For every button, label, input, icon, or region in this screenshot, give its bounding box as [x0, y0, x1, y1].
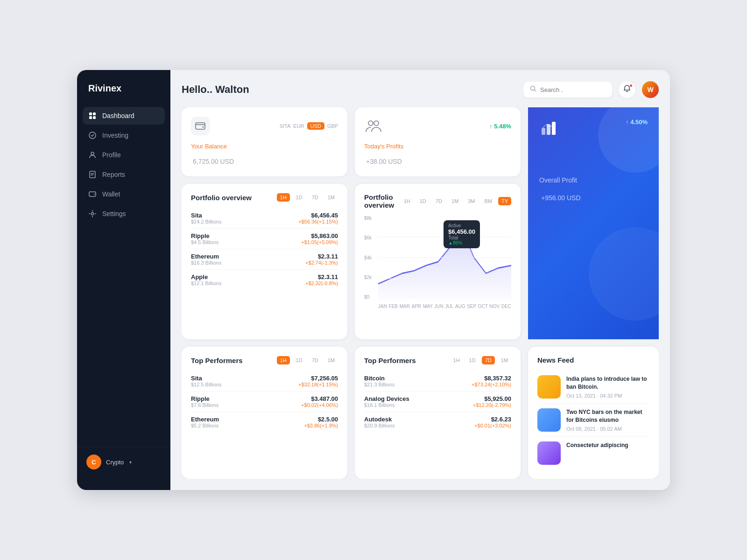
- header-right: W: [523, 81, 659, 98]
- tp-left-7d[interactable]: 7D: [309, 356, 322, 364]
- asset-change: +$2.74(-1.3%): [305, 260, 338, 266]
- sidebar-item-reports[interactable]: Reports: [83, 166, 165, 183]
- currency-gbp[interactable]: GBP: [327, 123, 338, 129]
- search-input[interactable]: [540, 86, 606, 93]
- search-bar[interactable]: [523, 82, 612, 98]
- currency-tags: SITA EUR USD GBP: [280, 122, 338, 130]
- chart-ty[interactable]: TY: [498, 197, 511, 205]
- tp-asset-name: Sita: [191, 375, 221, 382]
- tp-right-title: Top Performers: [364, 357, 416, 364]
- tp-right-1h[interactable]: 1H: [450, 356, 463, 364]
- wallet-card-icon: [191, 117, 210, 135]
- sidebar-item-profile[interactable]: Profile: [83, 146, 165, 164]
- portfolio-row: Apple $12.1 Billions $2.3.11 +$2.32(-0.8…: [191, 270, 338, 290]
- profit-value: +38.00USD: [364, 153, 511, 167]
- currency-usd[interactable]: USD: [307, 122, 324, 130]
- tp-left-1d[interactable]: 1D: [293, 356, 306, 364]
- tp-right-1m[interactable]: 1M: [498, 356, 511, 364]
- tp-right-tabs: 1H 1D 7D 1M: [450, 356, 511, 364]
- chart-1m[interactable]: 1M: [448, 197, 462, 205]
- tp-asset-value: $5,925.00: [473, 395, 511, 402]
- chart-3m[interactable]: 3M: [465, 197, 478, 205]
- tp-asset-change: +$32.18(+1.15%): [298, 382, 338, 387]
- logo: Rivinex: [77, 83, 170, 107]
- news-text: Two NYC bars on the market for Bitcoins …: [566, 408, 649, 432]
- user-profile-button[interactable]: C Crypto ▾: [77, 447, 170, 477]
- dashboard-icon: [88, 112, 97, 120]
- asset-value: $5,863.00: [301, 232, 338, 239]
- sidebar-item-settings[interactable]: Settings: [83, 205, 165, 223]
- currency-sita[interactable]: SITA: [280, 123, 291, 129]
- chart-bm[interactable]: BM: [481, 197, 495, 205]
- tp-asset-change: +$0.02(+4.06%): [301, 402, 338, 408]
- asset-right: $2.3.11 +$2.74(-1.3%): [305, 253, 338, 266]
- people-icon: [364, 117, 383, 135]
- tp-asset-change: +$12.20(-2.79%): [473, 402, 511, 408]
- sidebar-item-label: Wallet: [102, 190, 120, 198]
- svg-point-12: [368, 121, 373, 126]
- sidebar-item-label: Settings: [102, 210, 126, 217]
- search-icon: [530, 85, 536, 94]
- tp-left-title: Top Performers: [191, 357, 243, 364]
- overall-top: ↑ 4.50%: [539, 119, 648, 139]
- news-feed: News Feed India plans to introduce law t…: [528, 347, 659, 479]
- period-7d[interactable]: 7D: [309, 193, 322, 202]
- tp-right-7d[interactable]: 7D: [482, 356, 495, 364]
- portfolio-period-tabs: 1H 1D 7D 1M: [277, 193, 338, 202]
- sidebar-item-investing[interactable]: Investing: [83, 126, 165, 144]
- period-1h[interactable]: 1H: [277, 193, 290, 202]
- tp-asset-sub: $12.5 Billions: [191, 382, 221, 387]
- news-thumbnail: [537, 408, 561, 432]
- chart-container: $8k $6k $4k $2k $0: [364, 216, 511, 309]
- tp-asset-sub: $18.1 Billions: [364, 402, 409, 408]
- user-avatar-small: C: [86, 455, 101, 469]
- chart-7d[interactable]: 7D: [432, 197, 445, 205]
- asset-info: Ripple $4.5 Billions: [191, 232, 218, 245]
- tp-left-1h[interactable]: 1H: [277, 356, 290, 364]
- tp-asset-value: $3.487.00: [301, 395, 338, 402]
- tp-left-1m[interactable]: 1M: [324, 356, 338, 364]
- user-name-label: Crypto: [106, 459, 124, 466]
- news-title: News Feed: [537, 356, 649, 364]
- tooltip-label: Active: [448, 223, 475, 228]
- top-performers-right: Top Performers 1H 1D 7D 1M Bitcoin $21.3…: [355, 347, 521, 479]
- tp-right-1d[interactable]: 1D: [466, 356, 479, 364]
- svg-point-5: [91, 152, 94, 155]
- news-headline: Two NYC bars on the market for Bitcoins …: [566, 408, 649, 424]
- sidebar-item-dashboard[interactable]: Dashboard: [83, 107, 165, 125]
- balance-card-top: SITA EUR USD GBP: [191, 117, 338, 135]
- chevron-down-icon: ▾: [129, 460, 132, 465]
- news-item[interactable]: Two NYC bars on the market for Bitcoins …: [537, 404, 649, 437]
- chart-1d[interactable]: 1D: [416, 197, 430, 205]
- period-1m[interactable]: 1M: [324, 193, 338, 202]
- tp-asset-right: $2.6.23 +$0.01(+3.02%): [474, 416, 511, 428]
- currency-eur[interactable]: EUR: [293, 123, 304, 129]
- asset-change: +$56.36(+1.15%): [298, 219, 338, 224]
- chart-1h[interactable]: 1H: [401, 197, 414, 205]
- user-avatar[interactable]: W: [642, 81, 659, 98]
- chart-y-labels: $8k $6k $4k $2k $0: [364, 216, 372, 300]
- portfolio-overview-card: Portfolio overview 1H 1D 7D 1M Sita $24.…: [182, 184, 347, 339]
- portfolio-rows: Sita $24.2 Billions $6,456.45 +$56.36(+1…: [191, 208, 338, 290]
- tp-asset-right: $8,357.32 +$73.24(+2.10%): [472, 375, 511, 387]
- tp-asset-info: Ethereum $5.2 Billions: [191, 416, 219, 428]
- asset-name: Ripple: [191, 232, 218, 239]
- period-1d[interactable]: 1D: [293, 193, 306, 202]
- asset-value: $2.3.11: [305, 273, 338, 280]
- news-text: India plans to introduce law to ban Bitc…: [566, 375, 649, 399]
- sidebar-item-wallet[interactable]: Wallet: [83, 185, 165, 203]
- sidebar-item-label: Dashboard: [102, 112, 134, 119]
- tp-asset-right: $5,925.00 +$12.20(-2.79%): [473, 395, 511, 408]
- notification-button[interactable]: [619, 81, 635, 98]
- investing-icon: [88, 131, 97, 140]
- news-item[interactable]: India plans to introduce law to ban Bitc…: [537, 371, 649, 404]
- tp-asset-info: Autodesk $20.9 Billions: [364, 416, 395, 428]
- tp-row: Analog Devices $18.1 Billions $5,925.00 …: [364, 392, 511, 412]
- tp-right-rows: Bitcoin $21.3 Billions $8,357.32 +$73.24…: [364, 371, 511, 432]
- profit-change: ↑ 5.48%: [489, 123, 511, 130]
- tp-asset-change: +$73.24(+2.10%): [472, 382, 511, 387]
- profit-card: ↑ 5.48% Today's Profits +38.00USD: [355, 107, 521, 176]
- portfolio-row: Ripple $4.5 Billions $5,863.00 +$1.05(+5…: [191, 229, 338, 249]
- news-item[interactable]: Consectetur adipiscing: [537, 437, 649, 469]
- asset-info: Ethereum $16.3 Billions: [191, 253, 221, 266]
